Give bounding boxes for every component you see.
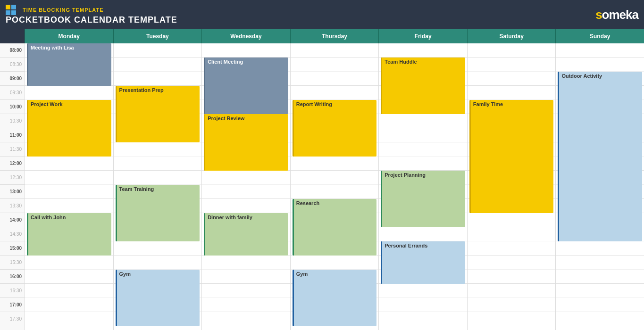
row-line xyxy=(25,185,113,199)
row-line xyxy=(468,298,556,312)
row-line xyxy=(379,227,467,241)
day-col-sunday: Outdoor Activity xyxy=(555,43,644,330)
logo-rest: omeka xyxy=(602,8,638,22)
header: TIME BLOCKING TEMPLATE POCKETBOOK CALEND… xyxy=(0,0,644,29)
template-subtitle-text: TIME BLOCKING TEMPLATE xyxy=(23,7,104,13)
event-research[interactable]: Research xyxy=(293,199,377,256)
row-line xyxy=(556,312,644,326)
row-line xyxy=(291,256,379,270)
row-line xyxy=(379,157,467,171)
row-line xyxy=(291,72,379,86)
day-header-tuesday: Tuesday xyxy=(113,29,202,43)
row-line xyxy=(556,241,644,256)
row-line xyxy=(379,142,467,157)
row-line xyxy=(202,312,290,326)
row-line xyxy=(468,270,556,284)
row-line xyxy=(202,171,290,185)
row-line xyxy=(114,142,202,157)
grid-icon xyxy=(6,5,16,15)
time-slot-0900: 09:00 xyxy=(0,72,25,86)
event-call-with-john[interactable]: Call with John xyxy=(27,213,111,256)
event-project-planning[interactable]: Project Planning xyxy=(381,171,465,227)
row-line xyxy=(291,171,379,185)
row-line xyxy=(202,256,290,270)
day-col-tuesday: Presentation PrepTeam TrainingGym xyxy=(113,43,202,330)
event-outdoor-activity[interactable]: Outdoor Activity xyxy=(558,72,642,241)
row-line xyxy=(556,284,644,298)
row-line xyxy=(379,284,467,298)
day-col-thursday: Report WritingResearchGym xyxy=(290,43,379,330)
event-project-work[interactable]: Project Work xyxy=(27,100,111,157)
day-headers: Monday Tuesday Wednesday Thursday Friday… xyxy=(0,29,644,43)
row-line xyxy=(468,241,556,256)
row-line xyxy=(25,199,113,213)
event-team-huddle[interactable]: Team Huddle xyxy=(381,58,465,114)
row-line xyxy=(114,43,202,58)
day-col-saturday: Family Time xyxy=(467,43,556,330)
row-line xyxy=(556,58,644,72)
grid-body: 08:0008:3009:0009:3010:0010:3011:0011:30… xyxy=(0,43,644,330)
row-line xyxy=(114,157,202,171)
time-slot-1130: 11:30 xyxy=(0,142,25,157)
day-col-friday: Team HuddleProject PlanningPersonal Erra… xyxy=(378,43,467,330)
header-logo: someka xyxy=(595,7,638,22)
row-line xyxy=(379,298,467,312)
row-line xyxy=(468,256,556,270)
time-slot-1730: 17:30 xyxy=(0,312,25,326)
time-slot-1300: 13:00 xyxy=(0,185,25,199)
row-line xyxy=(468,72,556,86)
row-line xyxy=(468,213,556,227)
row-line xyxy=(114,256,202,270)
day-header-monday: Monday xyxy=(25,29,113,43)
time-slot-1600: 16:00 xyxy=(0,270,25,284)
event-report-writing[interactable]: Report Writing xyxy=(293,100,377,157)
day-header-sunday: Sunday xyxy=(555,29,644,43)
row-line xyxy=(114,72,202,86)
row-line xyxy=(379,43,467,58)
event-team-training[interactable]: Team Training xyxy=(116,185,200,241)
event-project-review[interactable]: Project Review xyxy=(204,114,288,171)
time-header-cell xyxy=(0,29,25,43)
time-slot-1330: 13:30 xyxy=(0,199,25,213)
row-line xyxy=(291,86,379,100)
row-line xyxy=(202,199,290,213)
day-col-monday: Meeting with LisaProject WorkCall with J… xyxy=(25,43,113,330)
row-line xyxy=(556,256,644,270)
time-slot-1430: 14:30 xyxy=(0,227,25,241)
day-col-wednesday: Client MeetingProject ReviewDinner with … xyxy=(201,43,290,330)
row-line xyxy=(25,86,113,100)
row-line xyxy=(379,128,467,142)
time-slot-0930: 09:30 xyxy=(0,86,25,100)
row-line xyxy=(202,284,290,298)
row-line xyxy=(114,241,202,256)
event-gym[interactable]: Gym xyxy=(293,270,377,326)
header-left: TIME BLOCKING TEMPLATE POCKETBOOK CALEND… xyxy=(6,5,177,25)
event-family-time[interactable]: Family Time xyxy=(469,100,554,213)
row-line xyxy=(468,284,556,298)
time-slot-0830: 08:30 xyxy=(0,58,25,72)
day-header-thursday: Thursday xyxy=(290,29,379,43)
day-header-wednesday: Wednesday xyxy=(201,29,290,43)
time-slot-1030: 10:30 xyxy=(0,114,25,128)
row-line xyxy=(25,256,113,270)
row-line xyxy=(291,157,379,171)
row-line xyxy=(468,312,556,326)
header-title: POCKETBOOK CALENDAR TEMPLATE xyxy=(6,15,177,25)
event-personal-errands[interactable]: Personal Errands xyxy=(381,241,465,284)
event-meeting-with-lisa[interactable]: Meeting with Lisa xyxy=(27,43,111,86)
time-slot-1700: 17:00 xyxy=(0,298,25,312)
row-line xyxy=(291,43,379,58)
row-line xyxy=(468,43,556,58)
row-line xyxy=(202,185,290,199)
event-gym[interactable]: Gym xyxy=(116,270,200,326)
row-line xyxy=(556,298,644,312)
row-line xyxy=(556,270,644,284)
event-client-meeting[interactable]: Client Meeting xyxy=(204,58,288,114)
time-slot-1000: 10:00 xyxy=(0,100,25,114)
time-slot-1400: 14:00 xyxy=(0,213,25,227)
time-slot-1230: 12:30 xyxy=(0,171,25,185)
time-slot-1100: 11:00 xyxy=(0,128,25,142)
row-line xyxy=(291,185,379,199)
event-presentation-prep[interactable]: Presentation Prep xyxy=(116,86,200,142)
event-dinner-with-family[interactable]: Dinner with family xyxy=(204,213,288,256)
